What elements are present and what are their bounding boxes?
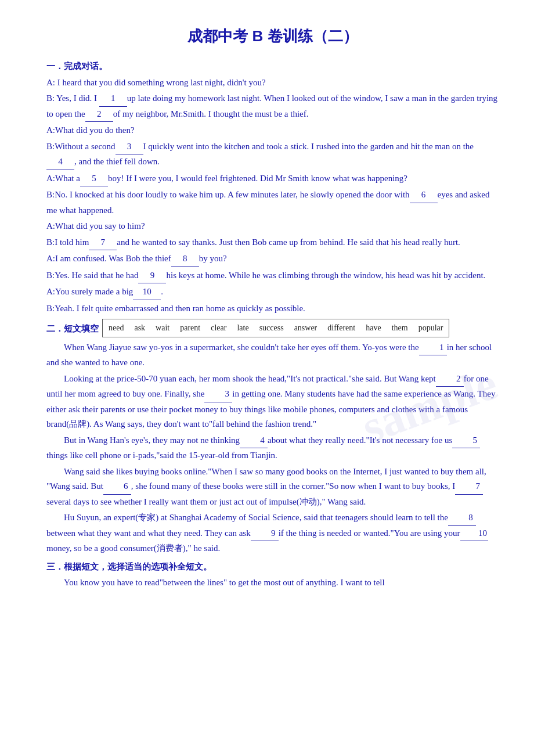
word-10: have: [366, 321, 381, 335]
passage1-para5: Hu Suyun, an expert(专家) at Shanghai Acad…: [46, 510, 499, 556]
dialogue-line-9: A:I am confused. Was Bob the thief8by yo…: [46, 251, 499, 267]
section3-text: You know you have to read"between the li…: [46, 575, 499, 591]
word-5: clear: [211, 321, 226, 335]
dialogue-line-5: A:What a5boy! If I were you, I would fee…: [46, 171, 499, 187]
dialogue-line-12: B:Yeah. I felt quite embarrassed and the…: [46, 301, 499, 316]
word-7: success: [259, 321, 284, 335]
passage1-para3: But in Wang Han's eye's, they may not ne…: [46, 433, 499, 463]
word-8: answer: [294, 321, 317, 335]
word-4: parent: [180, 321, 200, 335]
dialogue-line-8: B:I told him7and he wanted to say thanks…: [46, 235, 499, 251]
section2-header: 二．短文填空 need ask wait parent clear late s…: [46, 318, 499, 338]
dialogue-line-4: B:Without a second3I quickly went into t…: [46, 139, 499, 170]
word-3: wait: [156, 321, 169, 335]
section2-label: 二．短文填空: [46, 322, 99, 337]
section1-label: 一．完成对话。: [46, 59, 499, 74]
section3-label: 三．根据短文，选择适当的选项补全短文。: [46, 560, 499, 575]
word-9: different: [327, 321, 355, 335]
passage1-para4: Wang said she likes buying books online.…: [46, 465, 499, 510]
word-12: popular: [418, 321, 443, 335]
dialogue-line-3: A:What did you do then?: [46, 123, 499, 138]
passage1-para1: When Wang Jiayue saw yo-yos in a superma…: [46, 340, 499, 370]
word-2: ask: [134, 321, 145, 335]
page-title: 成都中考 B 卷训练（二）: [46, 23, 499, 49]
dialogue-line-7: A:What did you say to him?: [46, 219, 499, 234]
word-box: need ask wait parent clear late success …: [102, 319, 449, 337]
dialogue-line-6: B:No. I knocked at his door loudly to wa…: [46, 188, 499, 218]
dialogue-line-11: A:You surely made a big10.: [46, 285, 499, 300]
word-6: late: [237, 321, 248, 335]
word-11: them: [392, 321, 408, 335]
dialogue-line-2: B: Yes, I did. I 1up late doing my homew…: [46, 91, 499, 122]
dialogue-line-1: A: I heard that you did something wrong …: [46, 75, 499, 91]
word-1: need: [109, 321, 124, 335]
passage1-para2: Looking at the price-50-70 yuan each, he…: [46, 372, 499, 432]
dialogue-line-10: B:Yes. He said that he had9his keys at h…: [46, 268, 499, 284]
